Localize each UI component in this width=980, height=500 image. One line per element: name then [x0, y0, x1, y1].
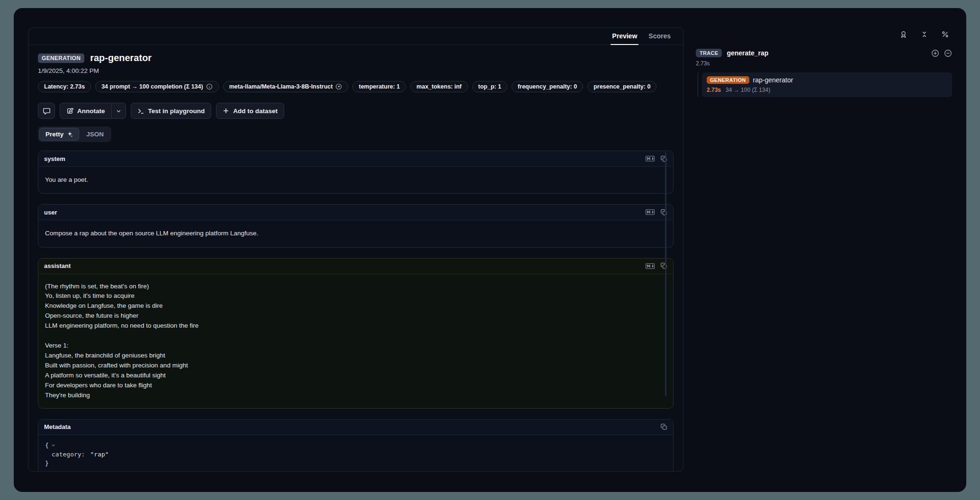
message-content: You are a poet. — [38, 167, 673, 193]
annotation-queue-button[interactable] — [896, 27, 910, 41]
preview-tabbar: Preview Scores — [28, 28, 683, 45]
latency-pill-label: Latency: 2.73s — [44, 83, 85, 90]
node-title: rap-generator — [753, 76, 793, 84]
app-window: Preview Scores GENERATION rap-generator … — [14, 8, 966, 492]
toggle-json[interactable]: JSON — [80, 128, 110, 141]
trace-duration: 2.73s — [696, 60, 952, 67]
message-header-icons — [646, 155, 667, 162]
tree-expand-controls — [931, 49, 952, 57]
system-message-card: system — [38, 151, 674, 194]
node-duration: 2.73s — [707, 87, 721, 93]
trace-type-badge: TRACE — [696, 49, 722, 57]
metadata-json-viewer: { category: "rap" } — [38, 435, 673, 471]
markdown-icon — [646, 209, 655, 215]
show-percentages-button[interactable] — [938, 27, 952, 41]
add-to-dataset-button[interactable]: Add to dataset — [216, 103, 284, 119]
collapse-vertical-icon — [920, 30, 928, 38]
json-close-line: } — [45, 459, 666, 468]
tab-scores[interactable]: Scores — [643, 28, 676, 45]
message-role: system — [44, 155, 65, 162]
collapse-tree-button[interactable] — [944, 49, 952, 57]
json-open-brace: { — [45, 441, 49, 450]
annotate-dropdown-button[interactable] — [112, 103, 126, 119]
user-message-header: user — [38, 205, 673, 220]
copy-button[interactable] — [660, 423, 667, 430]
annotate-button[interactable]: Annotate — [60, 103, 112, 119]
token-usage-pill[interactable]: 34 prompt → 100 completion (Σ 134) — [95, 81, 219, 92]
annotate-label: Annotate — [77, 107, 105, 115]
plus-icon — [223, 107, 229, 114]
json-value: "rap" — [90, 450, 108, 459]
title-row: GENERATION rap-generator — [38, 53, 674, 63]
plus-circle-icon — [931, 49, 939, 57]
percent-icon — [941, 30, 949, 38]
comment-icon — [43, 107, 51, 115]
chevron-down-icon — [116, 108, 122, 114]
model-pill-label: meta-llama/Meta-Llama-3-8B-Instruct — [229, 83, 333, 90]
test-in-playground-label: Test in playground — [148, 107, 205, 115]
json-open-line: { — [45, 441, 666, 450]
max-tokens-pill: max_tokens: inf — [410, 81, 468, 92]
metadata-card: Metadata { — [38, 419, 674, 471]
model-details-icon — [335, 83, 342, 90]
presence-penalty-pill: presence_penalty: 0 — [587, 81, 656, 92]
generation-type-badge: GENERATION — [38, 54, 84, 63]
frequency-penalty-pill: frequency_penalty: 0 — [512, 81, 583, 92]
frequency-penalty-pill-label: frequency_penalty: 0 — [518, 83, 577, 90]
tab-preview[interactable]: Preview — [606, 28, 643, 45]
temperature-pill: temperature: 1 — [352, 81, 406, 92]
node-title-row: GENERATION rap-generator — [707, 76, 947, 84]
user-message-card: user — [38, 204, 674, 247]
tree-node-generation[interactable]: GENERATION rap-generator 2.73s 34 → 100 … — [702, 72, 952, 97]
add-to-dataset-label: Add to dataset — [233, 107, 278, 115]
node-token-usage: 34 → 100 (Σ 134) — [726, 87, 770, 93]
system-message-header: system — [38, 151, 673, 167]
observation-title: rap-generator — [90, 53, 152, 63]
json-entry-line: category: "rap" — [45, 450, 666, 459]
collapse-all-button[interactable] — [917, 27, 931, 41]
trace-tree: GENERATION rap-generator 2.73s 34 → 100 … — [696, 72, 952, 97]
info-icon — [206, 83, 213, 90]
assistant-message-card: assistant — [38, 258, 674, 409]
trace-title: generate_rap — [727, 49, 768, 57]
json-key: category: — [52, 450, 85, 459]
view-toggle-row: Pretty JSON — [38, 119, 674, 142]
message-content: (The rhythm is set, the beat's on fire) … — [38, 274, 673, 408]
action-toolbar: Annotate Test in playground — [38, 103, 674, 119]
scrollbar-thumb[interactable] — [665, 152, 666, 396]
test-in-playground-button[interactable]: Test in playground — [131, 103, 212, 119]
markdown-toggle-button[interactable] — [646, 263, 655, 269]
messages-scroll-area: system — [38, 151, 674, 409]
panel-body: GENERATION rap-generator 1/9/2025, 4:00:… — [28, 45, 683, 471]
markdown-icon — [646, 263, 655, 269]
expand-all-button[interactable] — [931, 49, 939, 57]
temperature-pill-label: temperature: 1 — [359, 83, 400, 90]
latency-pill: Latency: 2.73s — [38, 81, 91, 92]
tree-indent-guide — [698, 72, 698, 97]
top-p-pill: top_p: 1 — [472, 81, 508, 92]
toggle-pretty[interactable]: Pretty — [39, 128, 79, 141]
sparkles-icon — [67, 131, 73, 137]
markdown-toggle-button[interactable] — [646, 209, 655, 215]
comment-button[interactable] — [38, 103, 55, 119]
model-pill[interactable]: meta-llama/Meta-Llama-3-8B-Instruct — [223, 81, 349, 92]
top-p-pill-label: top_p: 1 — [478, 83, 502, 90]
token-usage-pill-label: 34 prompt → 100 completion (Σ 134) — [101, 83, 203, 90]
pretty-json-toggle: Pretty JSON — [38, 126, 111, 142]
message-content: Compose a rap about the open source LLM … — [38, 220, 673, 247]
toggle-json-label: JSON — [86, 131, 104, 138]
metadata-header: Metadata — [38, 420, 673, 435]
presence-penalty-pill-label: presence_penalty: 0 — [593, 83, 650, 90]
message-role: user — [44, 209, 57, 216]
markdown-toggle-button[interactable] — [646, 156, 655, 161]
trace-tree-sidebar: TRACE generate_rap 2.73s — [683, 8, 966, 492]
award-icon — [899, 30, 908, 38]
metadata-title: Metadata — [44, 423, 71, 430]
observation-detail-panel: Preview Scores GENERATION rap-generator … — [28, 27, 683, 472]
minus-circle-icon — [944, 49, 952, 57]
message-header-icons — [646, 262, 667, 269]
json-collapse-caret-icon[interactable] — [51, 443, 56, 448]
message-header-icons — [646, 209, 667, 216]
node-metrics-row: 2.73s 34 → 100 (Σ 134) — [707, 87, 947, 93]
generation-node-badge: GENERATION — [707, 76, 749, 84]
